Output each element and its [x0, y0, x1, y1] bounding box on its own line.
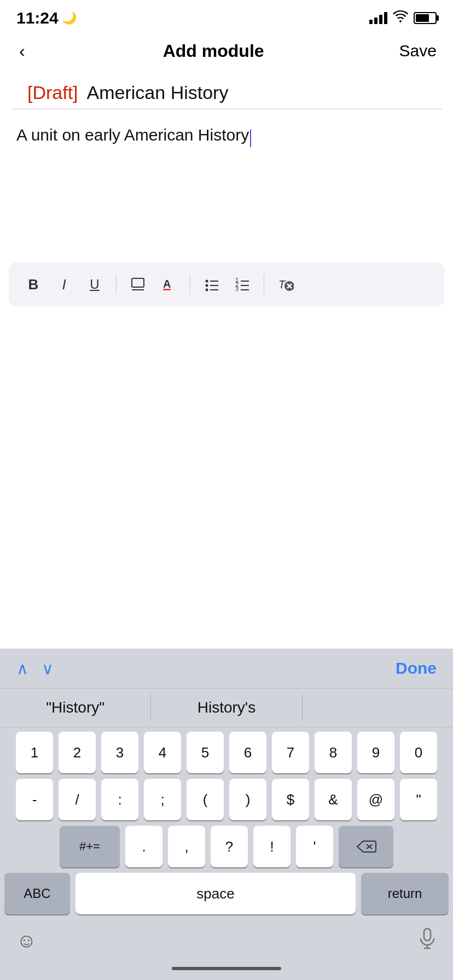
down-arrow-button[interactable]: ∨ — [42, 659, 54, 678]
autocorrect-suggestion-2[interactable]: History's — [151, 689, 301, 727]
key-6[interactable]: 6 — [229, 732, 266, 773]
key-close-paren[interactable]: ) — [229, 779, 266, 820]
toolbar-divider-1 — [116, 275, 117, 294]
key-8[interactable]: 8 — [315, 732, 352, 773]
status-icons — [369, 10, 437, 26]
return-key[interactable]: return — [361, 873, 449, 914]
bottom-row: ABC space return — [4, 873, 449, 914]
battery-icon — [414, 12, 437, 24]
text-style-group: B I U — [20, 271, 108, 298]
formatting-toolbar: B I U A 123 T — [9, 262, 444, 306]
keyboard: 1 2 3 4 5 6 7 8 9 0 - / : ; ( ) $ & @ " … — [0, 727, 453, 922]
home-indicator — [0, 960, 453, 980]
key-semicolon[interactable]: ; — [144, 779, 181, 820]
key-comma[interactable]: , — [168, 826, 205, 867]
module-title-area: [Draft] — [11, 69, 442, 109]
wifi-icon — [393, 10, 408, 26]
description-text: A unit on early American History — [16, 126, 249, 144]
text-color-button[interactable]: A — [155, 271, 182, 298]
abc-key[interactable]: ABC — [4, 873, 70, 914]
svg-point-6 — [206, 284, 208, 287]
svg-point-4 — [206, 280, 208, 283]
key-period[interactable]: . — [125, 826, 162, 867]
draft-label: [Draft] — [27, 82, 78, 103]
bullet-list-button[interactable] — [198, 271, 225, 298]
text-cursor — [250, 130, 251, 147]
toolbar-divider-2 — [190, 275, 190, 294]
status-time: 11:24 — [16, 9, 59, 27]
arrow-buttons: ∧ ∨ — [16, 659, 54, 678]
svg-text:A: A — [163, 278, 171, 290]
emoji-button[interactable]: ☺ — [16, 929, 37, 952]
space-key[interactable]: space — [76, 873, 356, 914]
numbered-list-button[interactable]: 123 — [229, 271, 256, 298]
key-1[interactable]: 1 — [16, 732, 53, 773]
key-9[interactable]: 9 — [357, 732, 394, 773]
key-3[interactable]: 3 — [101, 732, 138, 773]
home-bar — [172, 967, 281, 970]
keyboard-toolbar: ∧ ∨ Done — [0, 649, 453, 688]
italic-button[interactable]: I — [50, 271, 78, 298]
up-arrow-button[interactable]: ∧ — [16, 659, 28, 678]
content-spacer — [0, 306, 453, 427]
autocorrect-bar: "History" History's — [0, 688, 453, 727]
moon-icon: 🌙 — [62, 11, 77, 25]
svg-text:3: 3 — [235, 285, 239, 292]
done-button[interactable]: Done — [396, 659, 437, 678]
status-bar: 11:24 🌙 — [0, 0, 453, 33]
key-7[interactable]: 7 — [272, 732, 309, 773]
key-exclaim[interactable]: ! — [253, 826, 291, 867]
svg-rect-3 — [163, 289, 171, 290]
autocorrect-suggestion-1[interactable]: "History" — [0, 689, 150, 727]
key-5[interactable]: 5 — [187, 732, 224, 773]
key-ampersand[interactable]: & — [315, 779, 352, 820]
clear-format-group: T — [272, 271, 299, 298]
toolbar-divider-3 — [264, 275, 264, 294]
key-2[interactable]: 2 — [59, 732, 96, 773]
key-colon[interactable]: : — [101, 779, 138, 820]
key-dash[interactable]: - — [16, 779, 53, 820]
delete-key[interactable] — [339, 826, 393, 867]
clear-format-button[interactable]: T — [272, 271, 299, 298]
bold-button[interactable]: B — [20, 271, 47, 298]
highlight-button[interactable] — [124, 271, 152, 298]
key-at[interactable]: @ — [357, 779, 394, 820]
number-row: 1 2 3 4 5 6 7 8 9 0 — [4, 732, 449, 773]
key-symbols-toggle[interactable]: #+= — [60, 826, 120, 867]
svg-rect-22 — [424, 929, 431, 941]
back-button[interactable]: ‹ — [16, 38, 28, 64]
description-area[interactable]: A unit on early American History — [0, 109, 453, 262]
key-quote[interactable]: " — [400, 779, 437, 820]
save-button[interactable]: Save — [399, 42, 437, 60]
highlight-group: A — [124, 271, 182, 298]
autocorrect-suggestion-3[interactable] — [303, 689, 453, 727]
nav-header: ‹ Add module Save — [0, 33, 453, 69]
list-group: 123 — [198, 271, 256, 298]
signal-icon — [369, 12, 387, 24]
key-open-paren[interactable]: ( — [187, 779, 224, 820]
key-slash[interactable]: / — [59, 779, 96, 820]
svg-rect-0 — [132, 278, 144, 287]
key-dollar[interactable]: $ — [272, 779, 309, 820]
module-title-input[interactable] — [87, 82, 426, 103]
symbol-row-1: - / : ; ( ) $ & @ " — [4, 779, 449, 820]
mic-button[interactable] — [418, 928, 437, 954]
bottom-bar: ☺ — [0, 922, 453, 960]
symbol-row-2: #+= . , ? ! ' — [4, 826, 449, 867]
svg-point-8 — [206, 289, 208, 291]
underline-button[interactable]: U — [81, 271, 108, 298]
key-0[interactable]: 0 — [400, 732, 437, 773]
key-4[interactable]: 4 — [144, 732, 181, 773]
page-title: Add module — [163, 41, 264, 61]
keyboard-area: ∧ ∨ Done "History" History's 1 2 3 4 5 6… — [0, 649, 453, 980]
key-question[interactable]: ? — [211, 826, 248, 867]
key-apostrophe[interactable]: ' — [296, 826, 333, 867]
